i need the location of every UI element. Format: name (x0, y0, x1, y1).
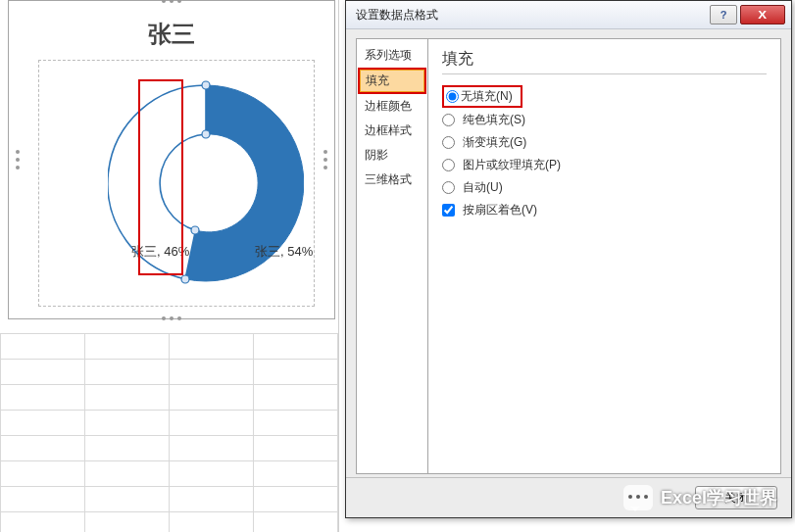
selection-handle[interactable] (202, 130, 210, 138)
option-vary-by-slice-row: 按扇区着色(V) (442, 199, 767, 221)
radio-picture-texture-fill[interactable] (442, 159, 455, 171)
checkbox-vary-by-slice[interactable] (442, 204, 455, 217)
format-data-point-dialog: 设置数据点格式 ? X 系列选项 填充 边框颜色 边框样式 阴影 三维格式 填充… (345, 0, 792, 518)
annotation-rectangle: 无填充(N) (442, 85, 522, 108)
help-button[interactable]: ? (710, 5, 737, 24)
selection-handle[interactable] (191, 226, 199, 234)
data-label-slice2[interactable]: 张三, 54% (255, 243, 313, 261)
watermark-text: Excel学习世界 (661, 486, 777, 509)
nav-fill[interactable]: 填充 (360, 70, 424, 92)
selection-handle[interactable] (202, 81, 210, 89)
plot-area[interactable]: 张三, 46% 张三, 54% (38, 60, 315, 307)
option-no-fill-row: 无填充(N) (442, 84, 767, 109)
dialog-body: 系列选项 填充 边框颜色 边框样式 阴影 三维格式 填充 无填充(N) 纯色填充… (356, 38, 781, 474)
selection-handle[interactable] (181, 275, 189, 283)
option-automatic-row: 自动(U) (442, 176, 767, 199)
radio-no-fill[interactable] (446, 88, 459, 105)
chart-title[interactable]: 张三 (9, 19, 334, 50)
chart-container[interactable]: 张三 张三, 46% 张三, 54% (8, 0, 335, 319)
option-gradient-fill-row: 渐变填充(G) (442, 131, 767, 154)
resize-handle-top[interactable] (160, 0, 183, 4)
label-solid-fill[interactable]: 纯色填充(S) (463, 112, 525, 128)
spreadsheet-grid[interactable] (0, 333, 338, 532)
label-vary-by-slice[interactable]: 按扇区着色(V) (463, 202, 537, 218)
radio-automatic[interactable] (442, 181, 455, 194)
speech-bubble-icon (623, 485, 653, 510)
option-picture-texture-row: 图片或纹理填充(P) (442, 154, 767, 176)
window-close-button[interactable]: X (740, 5, 785, 24)
doughnut-chart[interactable] (108, 71, 304, 296)
fill-panel: 填充 无填充(N) 纯色填充(S) 渐变填充(G) 图片或纹理填充(P) (428, 38, 781, 474)
radio-gradient-fill[interactable] (442, 136, 455, 149)
panel-title: 填充 (442, 49, 767, 74)
nav-3d-format[interactable]: 三维格式 (357, 168, 427, 192)
resize-handle-bottom[interactable] (160, 315, 183, 321)
option-solid-fill-row: 纯色填充(S) (442, 109, 767, 131)
label-gradient-fill[interactable]: 渐变填充(G) (463, 134, 526, 151)
nav-shadow[interactable]: 阴影 (357, 143, 427, 168)
dialog-title: 设置数据点格式 (356, 7, 707, 24)
radio-solid-fill[interactable] (442, 114, 455, 126)
label-automatic[interactable]: 自动(U) (463, 179, 503, 196)
resize-handle-right[interactable] (323, 148, 328, 171)
watermark: Excel学习世界 (623, 485, 777, 510)
data-label-slice1[interactable]: 张三, 46% (131, 243, 189, 261)
nav-border-color[interactable]: 边框颜色 (357, 94, 427, 119)
nav-series-options[interactable]: 系列选项 (357, 43, 427, 68)
label-picture-texture-fill[interactable]: 图片或纹理填充(P) (463, 157, 561, 173)
resize-handle-left[interactable] (15, 148, 21, 171)
worksheet-area: 张三 张三, 46% 张三, 54% (0, 0, 339, 532)
dialog-titlebar[interactable]: 设置数据点格式 ? X (346, 1, 791, 29)
label-no-fill[interactable]: 无填充(N) (461, 88, 513, 105)
nav-border-style[interactable]: 边框样式 (357, 119, 427, 143)
category-nav: 系列选项 填充 边框颜色 边框样式 阴影 三维格式 (356, 38, 428, 474)
